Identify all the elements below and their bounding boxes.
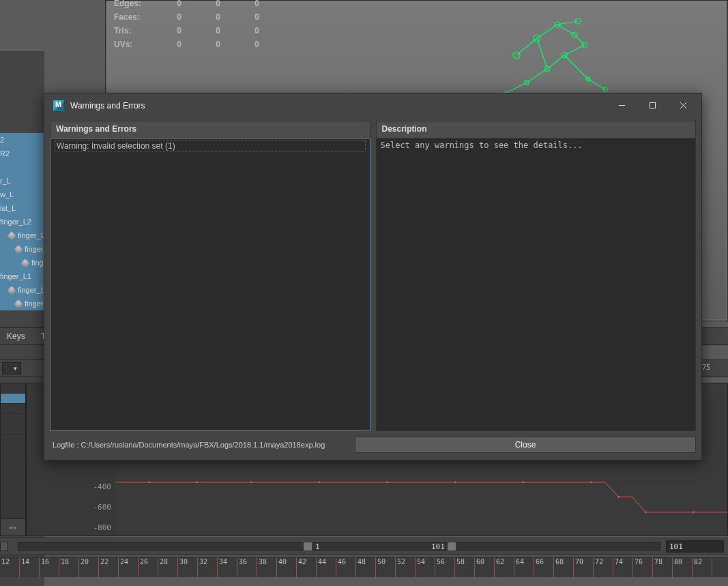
tick-label: 18 [61, 558, 69, 566]
time-slider[interactable]: 1214161820222426283032343638404244464850… [0, 557, 728, 577]
timeline-tick[interactable]: 14 [20, 557, 40, 578]
menu-keys[interactable]: Keys [0, 328, 32, 345]
outliner-item[interactable]: ist_L [0, 201, 44, 215]
timeline-tick[interactable]: 36 [237, 557, 257, 578]
range-slider[interactable]: 1 101 [18, 542, 660, 551]
timeline-tick[interactable]: 62 [495, 557, 514, 578]
timeline-tick[interactable]: 64 [514, 557, 534, 578]
timeline-tick[interactable]: 76 [633, 557, 653, 578]
stat-value: 0 [234, 38, 272, 50]
timeline-tick[interactable]: 60 [475, 557, 495, 578]
tick-label: 72 [595, 558, 603, 566]
timeline-tick[interactable]: 58 [455, 557, 475, 578]
range-start-handle[interactable] [303, 542, 312, 551]
timeline-tick[interactable]: 44 [317, 557, 336, 578]
warnings-list[interactable]: Warning: Invalid selection set (1) [50, 138, 370, 431]
tick-label: 56 [437, 558, 445, 566]
channel-list[interactable] [0, 383, 26, 519]
playback-controls[interactable]: ◂ ▸ [0, 518, 26, 536]
outliner-item[interactable] [0, 160, 44, 174]
tick-label: 44 [318, 558, 326, 566]
tick-label: 78 [654, 558, 663, 566]
outliner-item[interactable]: finger_L2 [0, 215, 44, 229]
timeline-tick[interactable]: 68 [554, 557, 574, 578]
timeline-tick[interactable]: 32 [198, 557, 218, 578]
outliner-item[interactable]: finger_L11 [0, 283, 44, 297]
timeline-tick[interactable]: 12 [0, 557, 20, 578]
timeline-tick[interactable]: 56 [435, 557, 455, 578]
timeline-tick[interactable]: 52 [396, 557, 416, 578]
dialog-titlebar[interactable]: Warnings and Errors [44, 93, 701, 117]
joint-icon [7, 286, 16, 295]
timeline-tick[interactable]: 70 [574, 557, 594, 578]
y-label: -400 [93, 482, 112, 491]
timeline-tick[interactable]: 18 [59, 557, 79, 578]
svg-rect-36 [650, 103, 656, 108]
close-button[interactable]: Close [355, 437, 696, 453]
warning-item[interactable]: Warning: Invalid selection set (1) [55, 141, 366, 151]
svg-point-31 [590, 481, 592, 483]
timeline-tick[interactable]: 48 [356, 557, 376, 578]
range-end-handle[interactable] [447, 542, 456, 551]
timeline-tick[interactable]: 80 [673, 557, 693, 578]
tick-label: 42 [298, 558, 306, 566]
channel-selected[interactable] [1, 394, 25, 404]
stat-value: 0 [156, 0, 194, 10]
tick-label: 36 [239, 558, 247, 566]
timeline-tick[interactable]: 74 [613, 557, 633, 578]
outliner-item[interactable]: w_L [0, 188, 44, 201]
outliner-item[interactable]: finger [0, 256, 44, 269]
outliner-item[interactable]: finger_L [0, 242, 44, 256]
close-window-button[interactable] [668, 96, 699, 116]
timeline-tick[interactable]: 34 [218, 557, 237, 578]
timeline-tick[interactable]: 40 [277, 557, 297, 578]
timeline-tick[interactable]: 42 [297, 557, 317, 578]
tick-label: 28 [160, 558, 168, 566]
tick-label: 38 [259, 558, 267, 566]
timeline-tick[interactable]: 46 [336, 557, 356, 578]
description-text: Select any warnings to see the details..… [376, 138, 697, 431]
outliner-item[interactable]: r_L [0, 174, 44, 188]
tick-label: 12 [1, 558, 10, 566]
timeline-tick[interactable]: 16 [40, 557, 59, 578]
timeline-tick[interactable]: 22 [99, 557, 119, 578]
timeline-tick[interactable]: 24 [119, 557, 139, 578]
timeline-tick[interactable]: 54 [416, 557, 435, 578]
timeline-tick[interactable]: 26 [139, 557, 158, 578]
svg-point-28 [386, 481, 388, 483]
tick-label: 70 [575, 558, 583, 566]
timeline-tick[interactable]: 72 [594, 557, 613, 578]
stat-value: 0 [195, 38, 233, 50]
outliner-item[interactable]: finger_L [0, 297, 44, 310]
tick-label: 46 [338, 558, 346, 566]
skeleton-wireframe [486, 14, 636, 100]
outliner-item[interactable]: 2 [0, 133, 44, 147]
range-end-field[interactable] [666, 540, 724, 553]
tick-label: 26 [140, 558, 148, 566]
filter-dropdown[interactable] [2, 362, 21, 375]
prev-key-icon[interactable]: ◂ [9, 524, 12, 531]
maya-app-icon [53, 100, 65, 112]
timeline-tick[interactable]: 20 [79, 557, 99, 578]
next-key-icon[interactable]: ▸ [14, 524, 17, 531]
timeline-tick[interactable]: 50 [376, 557, 396, 578]
outliner-item[interactable]: finger_L1 [0, 269, 44, 283]
timeline-tick[interactable]: 28 [158, 557, 178, 578]
timeline-tick[interactable]: 66 [534, 557, 554, 578]
stat-label: Faces: [114, 11, 155, 23]
svg-point-30 [523, 481, 525, 483]
timeline-tick[interactable]: 82 [693, 557, 712, 578]
logfile-path: Logfile : C:/Users/ruslana/Documents/may… [50, 441, 349, 449]
outliner-item[interactable]: R2 [0, 147, 44, 160]
svg-point-33 [645, 511, 647, 513]
svg-line-20 [547, 55, 564, 69]
maximize-button[interactable] [637, 96, 668, 116]
outliner-item[interactable]: finger_L21 [0, 229, 44, 242]
timeline-tick[interactable]: 38 [257, 557, 277, 578]
y-label: -800 [93, 523, 112, 532]
stat-value: 0 [195, 0, 233, 10]
timeline-tick[interactable]: 78 [653, 557, 673, 578]
timeline-tick[interactable]: 30 [178, 557, 198, 578]
range-lock-button[interactable] [0, 542, 8, 551]
minimize-button[interactable] [607, 96, 637, 116]
